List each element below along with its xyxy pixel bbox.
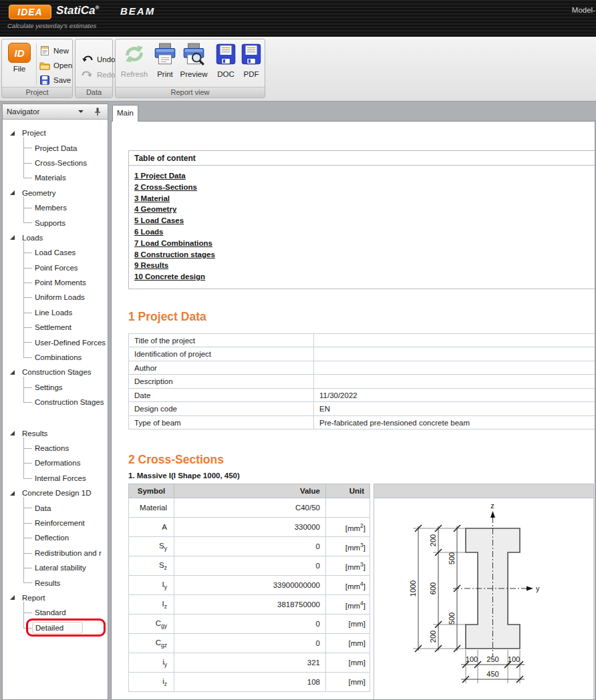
nav-item-internal-forces[interactable]: Internal Forces <box>23 471 108 486</box>
nav-item-line-loads[interactable]: Line Loads <box>23 305 108 320</box>
preview-button[interactable]: Preview <box>177 42 210 78</box>
drawing-header-cell <box>374 484 593 498</box>
cell-value: 0 <box>174 615 326 634</box>
new-button[interactable]: New <box>39 44 69 57</box>
navigator-panel: Navigator ProjectProject DataCross-Secti… <box>2 104 108 700</box>
file-button[interactable]: ID File <box>5 43 33 73</box>
open-button[interactable]: Open <box>39 59 72 72</box>
expander-icon[interactable] <box>10 235 15 240</box>
nav-item-deformations[interactable]: Deformations <box>23 456 108 470</box>
nav-item-reactions[interactable]: Reactions <box>23 441 108 456</box>
toc-link-3-material[interactable]: 3 Material <box>134 193 594 204</box>
nav-item-point-moments[interactable]: Point Moments <box>23 275 108 290</box>
nav-item-redistribution-and-r[interactable]: Redistribution and r <box>23 546 108 560</box>
nav-item-label: Point Forces <box>35 264 78 272</box>
report-page: Table of content 1 Project Data2 Cross-S… <box>128 150 595 700</box>
nav-root-concrete-design-1d[interactable]: Concrete Design 1D <box>3 486 108 500</box>
nav-root-project[interactable]: Project <box>3 126 108 140</box>
nav-item-uniform-loads[interactable]: Uniform Loads <box>23 290 108 305</box>
undo-arrow-icon <box>82 54 93 64</box>
cell-unit: [mm3] <box>326 537 370 556</box>
nav-item-cross-sections[interactable]: Cross-Sections <box>23 156 108 170</box>
nav-item-project-data[interactable]: Project Data <box>23 140 108 155</box>
undo-button[interactable]: Undo <box>82 52 116 66</box>
nav-item-detailed[interactable]: Detailed <box>23 621 108 635</box>
y-axis-label: y <box>536 584 540 592</box>
save-button[interactable]: Save <box>39 73 71 87</box>
expander-icon[interactable] <box>10 370 15 375</box>
table-row: iy321[mm] <box>129 653 370 673</box>
refresh-button[interactable]: Refresh <box>118 42 150 78</box>
toc-link-4-geometry[interactable]: 4 Geometry <box>134 204 594 215</box>
nav-item-deflection[interactable]: Deflection <box>23 530 108 545</box>
nav-item-label: Internal Forces <box>35 474 86 482</box>
nav-item-settings[interactable]: Settings <box>23 380 108 395</box>
print-button[interactable]: Print <box>152 42 178 78</box>
redo-button[interactable]: Redo <box>82 67 116 81</box>
nav-root-label: Report <box>22 594 45 602</box>
save-floppy-icon <box>39 75 50 85</box>
cell-symbol: iz <box>129 673 174 692</box>
column-header-symbol: Symbol <box>129 484 174 498</box>
toc-link-1-project-data[interactable]: 1 Project Data <box>134 170 594 182</box>
tab-main[interactable]: Main <box>112 105 138 122</box>
ribbon: ID File New Open Save Project Undo Redo … <box>0 37 596 102</box>
toc-link-9-results[interactable]: 9 Results <box>134 260 594 271</box>
expander-icon[interactable] <box>10 595 15 600</box>
open-button-label: Open <box>53 61 72 69</box>
nav-root-results[interactable]: Results <box>3 425 108 440</box>
doc-export-button[interactable]: DOC <box>212 42 239 78</box>
row-value: EN <box>314 402 596 416</box>
pin-icon[interactable] <box>93 107 102 116</box>
toc-link-5-load-cases[interactable]: 5 Load Cases <box>134 215 594 226</box>
product-name: BEAM <box>120 5 155 17</box>
nav-root-report[interactable]: Report <box>3 590 108 605</box>
nav-item-point-forces[interactable]: Point Forces <box>23 260 108 275</box>
chevron-down-icon[interactable] <box>78 110 84 113</box>
nav-item-load-cases[interactable]: Load Cases <box>23 245 108 260</box>
nav-item-lateral-stability[interactable]: Lateral stability <box>23 560 108 575</box>
table-header-row: Symbol Value Unit <box>129 484 370 498</box>
toc-link-7-load-combinations[interactable]: 7 Load Combinations <box>134 238 594 249</box>
dim-200-bottom: 200 <box>429 631 437 643</box>
printer-icon <box>153 42 177 67</box>
nav-root-geometry[interactable]: Geometry <box>3 186 108 200</box>
nav-item-label: Cross-Sections <box>35 159 87 167</box>
nav-item-supports[interactable]: Supports <box>23 215 108 230</box>
toc-link-6-loads[interactable]: 6 Loads <box>134 226 594 238</box>
nav-item-reinforcement[interactable]: Reinforcement <box>23 516 108 530</box>
nav-item-construction-stages[interactable]: Construction Stages <box>23 395 108 409</box>
toc-link-8-construction-stages[interactable]: 8 Construction stages <box>134 249 594 260</box>
expander-icon[interactable] <box>10 190 15 195</box>
nav-item-combinations[interactable]: Combinations <box>23 350 108 365</box>
nav-item-members[interactable]: Members <box>23 200 108 215</box>
nav-root-loads[interactable]: Loads <box>3 230 108 245</box>
nav-root-construction-stages[interactable]: Construction Stages <box>3 365 108 379</box>
nav-item-settlement[interactable]: Settlement <box>23 320 108 335</box>
nav-item-results[interactable]: Results <box>23 575 108 590</box>
print-preview-icon <box>182 42 206 67</box>
nav-item-label: Uniform Loads <box>35 293 85 301</box>
nav-item-data[interactable]: Data <box>23 500 108 515</box>
expander-icon[interactable] <box>10 491 15 496</box>
nav-item-user-defined-forces[interactable]: User-Defined Forces <box>23 335 108 349</box>
toc-link-10-concrete-design[interactable]: 10 Concrete design <box>134 271 594 283</box>
toc-link-2-cross-sections[interactable]: 2 Cross-Sections <box>134 182 594 193</box>
nav-item-materials[interactable]: Materials <box>23 170 108 185</box>
pdf-export-button[interactable]: PDF <box>239 42 264 78</box>
new-button-label: New <box>53 47 69 55</box>
navigator-header[interactable]: Navigator <box>3 104 108 120</box>
dim-500-top: 500 <box>448 552 456 564</box>
row-label: Author <box>129 361 314 375</box>
nav-section-concrete-design-1d: Concrete Design 1DDataReinforcementDefle… <box>3 486 108 590</box>
ribbon-group-label-data: Data <box>76 87 112 98</box>
dim-450: 450 <box>486 670 498 678</box>
nav-item-standard[interactable]: Standard <box>23 605 108 620</box>
expander-icon[interactable] <box>10 131 15 136</box>
toc-title: Table of content <box>129 151 595 166</box>
dim-200-top: 200 <box>429 534 437 546</box>
nav-item-label: Lateral stability <box>35 564 86 572</box>
titlebar: IDEA StatiCa® BEAM Calculate yesterday's… <box>0 0 596 37</box>
row-value <box>314 347 596 361</box>
expander-icon[interactable] <box>10 431 15 435</box>
